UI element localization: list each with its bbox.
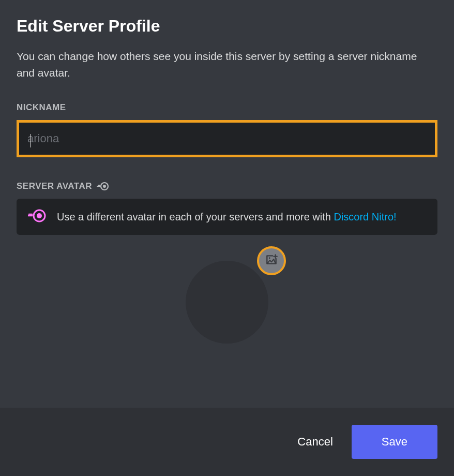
- avatar-upload-area: [17, 261, 437, 344]
- edit-server-profile-modal: Edit Server Profile You can change how o…: [0, 0, 454, 408]
- svg-point-3: [37, 213, 42, 218]
- add-image-icon: [265, 253, 278, 269]
- svg-point-4: [269, 257, 270, 259]
- server-avatar-label-text: SERVER AVATAR: [17, 181, 92, 191]
- cancel-button[interactable]: Cancel: [293, 427, 337, 457]
- text-cursor: [30, 134, 31, 147]
- nitro-upsell-banner: Use a different avatar in each of your s…: [17, 199, 437, 235]
- svg-point-1: [103, 185, 106, 188]
- nitro-upsell-text: Use a different avatar in each of your s…: [57, 209, 397, 225]
- nitro-badge-icon: [28, 209, 47, 225]
- modal-footer: Cancel Save: [0, 408, 454, 476]
- discord-nitro-link[interactable]: Discord Nitro!: [334, 211, 396, 222]
- upload-avatar-button[interactable]: [257, 246, 286, 275]
- nickname-input[interactable]: [19, 123, 435, 155]
- nickname-input-wrapper: [17, 120, 437, 157]
- save-button[interactable]: Save: [352, 425, 437, 459]
- modal-subtitle: You can change how others see you inside…: [17, 48, 437, 81]
- nitro-prompt-prefix: Use a different avatar in each of your s…: [57, 211, 334, 222]
- server-avatar-label: SERVER AVATAR: [17, 181, 437, 191]
- nickname-label: NICKNAME: [17, 102, 437, 113]
- avatar-placeholder[interactable]: [186, 261, 268, 344]
- modal-title: Edit Server Profile: [17, 17, 437, 36]
- nitro-icon: [96, 182, 110, 191]
